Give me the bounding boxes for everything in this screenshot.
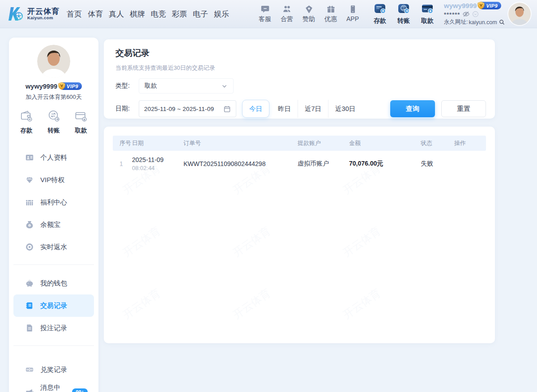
gem-heart-icon bbox=[25, 175, 34, 184]
wallet-link-label: 存款 bbox=[374, 17, 386, 25]
partnership-link[interactable]: 合营 bbox=[278, 4, 296, 23]
nav-item-lottery[interactable]: 彩票 bbox=[172, 9, 187, 19]
quick-action-label: 转账 bbox=[48, 127, 60, 135]
sidebar-item-transactions[interactable]: 交易记录 bbox=[13, 294, 94, 317]
sidebar: wywy9999 VIP9 加入开云体育第600天 存款 bbox=[9, 38, 98, 392]
range-30days-button[interactable]: 近30日 bbox=[328, 100, 362, 118]
nav-item-entertainment[interactable]: 娱乐 bbox=[214, 9, 229, 19]
sidebar-item-message-center[interactable]: 消息中心 99+ bbox=[9, 381, 98, 392]
gift-boxes-icon bbox=[25, 198, 34, 207]
nav-item-chess[interactable]: 棋牌 bbox=[130, 9, 145, 19]
type-label: 类型: bbox=[115, 82, 135, 90]
transfer-link[interactable]: 转账 bbox=[394, 3, 413, 25]
nav-item-esports[interactable]: 电竞 bbox=[151, 9, 166, 19]
transaction-book-icon bbox=[25, 301, 34, 310]
sidebar-menu: 个人资料 VIP特权 福利中心 余额宝 bbox=[9, 146, 98, 392]
col-header-index: 序号 bbox=[113, 139, 132, 147]
cell-time: 08:02:44 bbox=[132, 165, 183, 171]
app-download-link[interactable]: APP bbox=[344, 4, 362, 23]
nav-item-slots[interactable]: 电子 bbox=[193, 9, 208, 19]
joined-days-text: 加入开云体育第600天 bbox=[9, 93, 98, 101]
deposit-link[interactable]: 存款 bbox=[371, 3, 389, 25]
sidebar-item-rebate[interactable]: 实时返水 bbox=[9, 236, 98, 258]
brand-text: 开云体育 Kaiyun.com bbox=[27, 8, 60, 20]
eye-off-icon[interactable] bbox=[462, 10, 470, 18]
quick-link-label: 优惠 bbox=[324, 15, 337, 23]
cell-amount: 70,076.00元 bbox=[349, 160, 421, 168]
date-range-input[interactable]: 2025-11-09 ~ 2025-11-09 bbox=[139, 100, 236, 117]
date-label: 日期: bbox=[115, 105, 135, 113]
cell-status: 失败 bbox=[421, 160, 454, 168]
withdraw-link[interactable]: 取款 bbox=[418, 3, 437, 25]
watermark-text: 开云体育 bbox=[340, 286, 387, 327]
chevron-circle-icon[interactable] bbox=[472, 11, 479, 17]
vip-level-label: VIP9 bbox=[67, 84, 78, 89]
brand-name-cn: 开云体育 bbox=[27, 8, 60, 16]
sidebar-item-prize-records[interactable]: 兑奖记录 bbox=[9, 358, 98, 381]
page-subtitle: 当前系统支持查询最近30日的交易记录 bbox=[115, 64, 486, 72]
quick-action-label: 存款 bbox=[21, 127, 33, 135]
document-icon bbox=[25, 324, 34, 332]
col-header-order-no: 订单号 bbox=[183, 139, 298, 147]
col-header-account: 提款账户 bbox=[298, 139, 349, 147]
menu-item-label: 实时返水 bbox=[40, 243, 67, 251]
quick-link-label: APP bbox=[346, 15, 359, 22]
quick-link-label: 合营 bbox=[281, 15, 293, 23]
user-avatar[interactable] bbox=[508, 3, 531, 25]
customer-service-link[interactable]: 客服 bbox=[256, 4, 274, 23]
watermark-text: 开云体育 bbox=[230, 223, 277, 264]
sidebar-withdraw-action[interactable]: 取款 bbox=[74, 109, 88, 135]
transactions-table-card: 开云体育 开云体育 开云体育 开云体育 开云体育 开云体育 开云体育 开云体育 … bbox=[104, 127, 495, 343]
divider bbox=[13, 345, 94, 346]
masked-balance: ****** bbox=[444, 10, 460, 18]
profile-avatar[interactable] bbox=[37, 45, 70, 78]
menu-item-label: VIP特权 bbox=[40, 176, 64, 184]
promotions-link[interactable]: 优惠 bbox=[322, 4, 340, 23]
topbar-wallet-links: 存款 转账 bbox=[371, 3, 437, 25]
range-yesterday-button[interactable]: 昨日 bbox=[271, 100, 298, 118]
phone-icon bbox=[348, 4, 358, 14]
nav-item-home[interactable]: 首页 bbox=[67, 9, 82, 19]
permanent-site-row[interactable]: 永久网址: kaiyun.com bbox=[444, 18, 503, 26]
username[interactable]: wywy9999 bbox=[444, 2, 477, 9]
piggy-bank-icon bbox=[25, 279, 34, 288]
unread-count-badge: 99+ bbox=[72, 388, 88, 392]
range-today-button[interactable]: 今日 bbox=[242, 100, 269, 118]
sidebar-item-wallet[interactable]: 我的钱包 bbox=[9, 272, 98, 294]
reset-button[interactable]: 重置 bbox=[441, 100, 486, 117]
cell-order-no: KWWT202511090802444298 bbox=[183, 160, 298, 167]
profile-name: wywy9999 bbox=[26, 83, 57, 90]
search-button[interactable]: 查询 bbox=[390, 100, 435, 117]
quick-range-group: 今日 昨日 近7日 近30日 bbox=[242, 100, 362, 118]
range-7days-button[interactable]: 近7日 bbox=[298, 100, 328, 118]
sidebar-transfer-action[interactable]: 转账 bbox=[47, 109, 60, 135]
type-select[interactable]: 取款 bbox=[139, 78, 234, 94]
table-header-row: 序号 日期 订单号 提款账户 金额 状态 操作 bbox=[113, 136, 486, 151]
magnifier-icon[interactable] bbox=[499, 19, 505, 26]
chevron-down-icon bbox=[221, 83, 228, 89]
chat-bubble-icon bbox=[260, 4, 270, 14]
nav-item-sports[interactable]: 体育 bbox=[88, 9, 103, 19]
type-filter-row: 类型: 取款 bbox=[115, 78, 486, 94]
people-icon bbox=[282, 4, 292, 14]
date-range-value: 2025-11-09 ~ 2025-11-09 bbox=[144, 106, 223, 112]
watermark-text: 开云体育 bbox=[120, 286, 166, 327]
calendar-icon bbox=[223, 105, 231, 113]
target-circle-icon bbox=[25, 243, 34, 251]
sidebar-item-betting-records[interactable]: 投注记录 bbox=[9, 317, 98, 339]
type-selected-value: 取款 bbox=[145, 82, 221, 90]
table-row: 1 2025-11-09 08:02:44 KWWT20251109080244… bbox=[113, 151, 486, 177]
menu-item-label: 消息中心 bbox=[40, 383, 66, 392]
nav-item-live-casino[interactable]: 真人 bbox=[109, 9, 124, 19]
brand-logo[interactable]: 开云体育 Kaiyun.com bbox=[6, 4, 60, 23]
sidebar-item-vip[interactable]: VIP特权 bbox=[9, 169, 98, 191]
sidebar-deposit-action[interactable]: 存款 bbox=[20, 109, 33, 135]
col-header-date: 日期 bbox=[132, 139, 183, 147]
sidebar-item-profile[interactable]: 个人资料 bbox=[9, 146, 98, 169]
diamond-badge-icon bbox=[304, 4, 314, 14]
sidebar-item-yuebao[interactable]: 余额宝 bbox=[9, 213, 98, 236]
sponsor-link[interactable]: 赞助 bbox=[300, 4, 318, 23]
sidebar-item-welfare[interactable]: 福利中心 bbox=[9, 191, 98, 213]
site-url: kaiyun.com bbox=[469, 19, 497, 26]
cell-account: 虚拟币账户 bbox=[298, 160, 349, 168]
